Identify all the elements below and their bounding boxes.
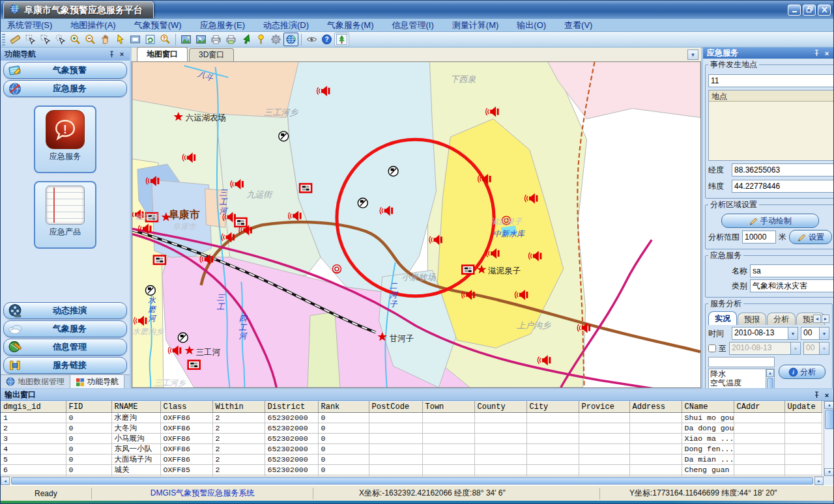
date-combo[interactable]: 2010-08-13 ▼	[732, 327, 798, 340]
shelter-flag-icon[interactable]	[462, 266, 474, 274]
visibility-eye-icon[interactable]	[304, 33, 319, 46]
menu-item-6[interactable]: 信息管理(I)	[392, 20, 434, 31]
scene-view-icon[interactable]	[194, 33, 208, 46]
menu-item-2[interactable]: 气象预警(W)	[134, 20, 182, 31]
table-row[interactable]: 50大面场子沟OXFF8626523020000Da mian ...	[1, 455, 822, 465]
menu-item-9[interactable]: 查看(V)	[564, 20, 592, 31]
sidebar-item-top-0[interactable]: 气象预警	[3, 62, 127, 79]
select-rect-icon[interactable]	[38, 33, 53, 46]
table-column-header[interactable]: CName	[682, 402, 734, 413]
scroll-left-icon[interactable]: ◄	[1, 477, 10, 485]
output-horizontal-scrollbar[interactable]: ◄ ►	[1, 476, 824, 485]
globe-3d-icon[interactable]	[283, 33, 298, 46]
tab-scroll-left-icon[interactable]: ◄	[813, 315, 821, 323]
table-row[interactable]: 60城关OXFF8526523020000Cheng guan	[1, 465, 822, 475]
output-vertical-scrollbar[interactable]: ▲ ▼	[824, 401, 834, 476]
table-row[interactable]: 30小马厩沟OXFF8626523020000Xiao ma ...	[1, 434, 822, 444]
table-column-header[interactable]: District	[265, 402, 318, 413]
element-listbox[interactable]: 降水空气温度 ▲	[708, 369, 775, 388]
hour-combo[interactable]: 00 ▼	[801, 327, 829, 340]
settings-gear-icon[interactable]	[268, 33, 283, 46]
shelter-flag-icon[interactable]	[188, 361, 200, 369]
menu-item-8[interactable]: 输出(O)	[517, 20, 546, 31]
measure-ruler-icon[interactable]	[8, 33, 23, 46]
set-range-button[interactable]: 设置	[789, 230, 832, 244]
tab-list-dropdown-icon[interactable]: ▼	[687, 49, 698, 60]
scrollbar-thumb[interactable]	[11, 477, 813, 484]
table-column-header[interactable]: CAddr	[734, 402, 784, 413]
table-column-header[interactable]: dmgis_id	[1, 402, 66, 413]
pointer-icon[interactable]	[113, 33, 128, 46]
menu-item-1[interactable]: 地图操作(A)	[70, 20, 115, 31]
monitor-station-icon[interactable]	[279, 132, 289, 141]
list-scrollbar[interactable]: ▲	[766, 369, 774, 388]
close-icon[interactable]: ×	[822, 49, 832, 58]
element-list-item-0[interactable]: 降水	[709, 369, 766, 378]
map-tab-1[interactable]: 3D窗口	[189, 48, 234, 61]
location-list-body[interactable]	[709, 102, 834, 160]
table-column-header[interactable]: City	[526, 402, 579, 413]
monitor-station-icon[interactable]	[145, 285, 155, 295]
close-icon[interactable]: ×	[117, 49, 127, 59]
pin-icon[interactable]	[106, 49, 117, 59]
table-column-header[interactable]: Within	[212, 402, 265, 413]
manual-draw-button[interactable]: 手动绘制	[721, 214, 819, 228]
shelter-flag-icon[interactable]	[300, 184, 311, 192]
monitor-station-icon[interactable]	[388, 167, 398, 176]
layer-tree-icon[interactable]	[334, 33, 349, 46]
locate-arrow-icon[interactable]	[238, 33, 253, 46]
output-table-container[interactable]: dmgis_idFIDRNAMEClassWithinDistrictRankP…	[1, 401, 824, 476]
shortcut-0[interactable]: !应急服务	[34, 105, 96, 173]
to-time-checkbox[interactable]	[708, 344, 716, 352]
menu-item-4[interactable]: 动态推演(D)	[263, 20, 309, 31]
service-tab-1[interactable]: 预报	[738, 313, 766, 325]
scroll-right-icon[interactable]: ►	[814, 477, 824, 485]
panel-tab-0[interactable]: 地图数据管理	[1, 375, 70, 388]
to-hour-combo[interactable]: 00 ▼	[803, 342, 829, 355]
shelter-flag-icon[interactable]	[235, 218, 246, 227]
table-column-header[interactable]: FID	[66, 402, 111, 413]
scrollbar-thumb[interactable]	[767, 378, 773, 388]
monitor-station-icon[interactable]	[358, 198, 367, 208]
map-canvas[interactable]: 六运湖农场三工河乡下西泉阜康市城关镇阜康市九运街滋泥泉子中新水库滋泥泉子小泉牧场…	[132, 62, 700, 387]
select-circle-icon[interactable]	[53, 33, 68, 46]
location-search-input[interactable]	[708, 74, 834, 87]
scroll-down-icon[interactable]: ▼	[824, 468, 834, 476]
shelter-flag-icon[interactable]	[154, 256, 165, 264]
print-icon[interactable]	[208, 33, 223, 46]
toolbar-grip[interactable]	[2, 34, 5, 46]
menu-item-7[interactable]: 测量计算(M)	[452, 20, 499, 31]
restore-button[interactable]	[803, 5, 816, 16]
table-column-header[interactable]: County	[474, 402, 526, 413]
element-filter-box[interactable]	[708, 357, 775, 367]
scroll-up-icon[interactable]: ▲	[766, 369, 774, 377]
location-result-list[interactable]: 地点	[708, 90, 834, 161]
zoom-out-icon[interactable]	[83, 33, 98, 46]
print-map-icon[interactable]	[223, 33, 238, 46]
map-tab-0[interactable]: 地图窗口	[137, 47, 188, 61]
pan-hand-icon[interactable]	[98, 33, 113, 46]
table-column-header[interactable]: RNAME	[111, 402, 160, 413]
sidebar-item-top-1[interactable]: 应急服务	[3, 80, 127, 97]
pin-icon[interactable]	[811, 49, 822, 58]
chevron-down-icon[interactable]: ▼	[788, 328, 798, 339]
element-list-item-1[interactable]: 空气温度	[709, 378, 766, 387]
scroll-up-icon[interactable]: ▲	[824, 401, 834, 409]
chevron-down-icon[interactable]: ▼	[790, 343, 800, 354]
service-type-combo[interactable]: 气象和洪水灾害 ▼	[750, 279, 834, 292]
sidebar-item-bottom-0[interactable]: 动态推演	[3, 302, 127, 319]
monitor-station-icon[interactable]	[178, 333, 188, 343]
menu-item-3[interactable]: 应急服务(E)	[200, 20, 245, 31]
latitude-input[interactable]	[732, 180, 834, 193]
service-tab-0[interactable]: 实况	[708, 311, 737, 325]
chevron-down-icon[interactable]: ▼	[819, 343, 829, 354]
table-column-header[interactable]: PostCode	[369, 402, 422, 413]
table-row[interactable]: 40东风一小队OXFF8626523020000Dong fen...	[1, 444, 822, 455]
zoom-in-icon[interactable]	[68, 33, 83, 46]
placemark-pin-icon[interactable]	[253, 33, 268, 46]
longitude-input[interactable]	[732, 163, 834, 176]
service-name-input[interactable]	[750, 264, 834, 277]
close-button[interactable]	[818, 5, 831, 16]
sidebar-item-bottom-3[interactable]: 服务链接	[3, 357, 127, 374]
menu-item-0[interactable]: 系统管理(S)	[7, 20, 52, 31]
